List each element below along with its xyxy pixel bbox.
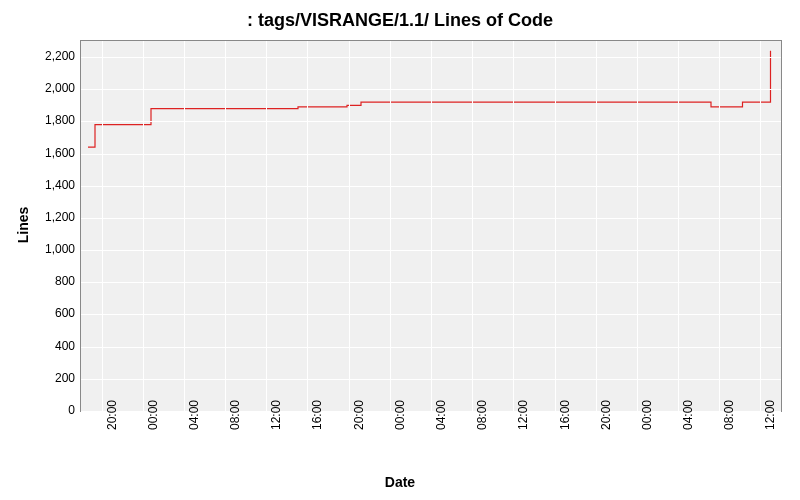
y-tick-label: 1,000	[25, 242, 75, 256]
y-tick-label: 2,000	[25, 81, 75, 95]
chart-container: : tags/VISRANGE/1.1/ Lines of Code Lines…	[0, 0, 800, 500]
gridline-v	[513, 41, 514, 411]
gridline-v	[390, 41, 391, 411]
x-tick-label: 20:00	[105, 400, 119, 430]
y-tick-label: 800	[25, 274, 75, 288]
x-tick-label: 12:00	[516, 400, 530, 430]
gridline-v	[760, 41, 761, 411]
gridline-v	[307, 41, 308, 411]
chart-title: : tags/VISRANGE/1.1/ Lines of Code	[0, 10, 800, 31]
y-tick-label: 1,200	[25, 210, 75, 224]
y-tick-label: 400	[25, 339, 75, 353]
plot-area	[80, 40, 782, 412]
x-tick-label: 00:00	[640, 400, 654, 430]
y-tick-label: 1,400	[25, 178, 75, 192]
gridline-v	[719, 41, 720, 411]
gridline-v	[472, 41, 473, 411]
x-tick-label: 12:00	[269, 400, 283, 430]
x-axis-label: Date	[0, 474, 800, 490]
x-tick-label: 08:00	[475, 400, 489, 430]
x-tick-label: 00:00	[393, 400, 407, 430]
gridline-v	[225, 41, 226, 411]
y-tick-label: 0	[25, 403, 75, 417]
y-tick-label: 2,200	[25, 49, 75, 63]
gridline-v	[266, 41, 267, 411]
x-tick-label: 16:00	[558, 400, 572, 430]
x-tick-label: 04:00	[681, 400, 695, 430]
gridline-v	[349, 41, 350, 411]
gridline-v	[431, 41, 432, 411]
gridline-v	[637, 41, 638, 411]
x-tick-label: 20:00	[352, 400, 366, 430]
x-tick-label: 20:00	[599, 400, 613, 430]
gridline-h	[81, 411, 781, 412]
x-tick-label: 04:00	[434, 400, 448, 430]
gridline-v	[102, 41, 103, 411]
gridline-v	[555, 41, 556, 411]
x-tick-label: 00:00	[146, 400, 160, 430]
y-tick-label: 1,800	[25, 113, 75, 127]
y-tick-label: 600	[25, 306, 75, 320]
gridline-v	[678, 41, 679, 411]
gridline-v	[184, 41, 185, 411]
x-tick-label: 16:00	[310, 400, 324, 430]
y-tick-label: 200	[25, 371, 75, 385]
gridline-v	[596, 41, 597, 411]
x-tick-label: 04:00	[187, 400, 201, 430]
gridline-v	[143, 41, 144, 411]
y-tick-label: 1,600	[25, 146, 75, 160]
x-tick-label: 08:00	[228, 400, 242, 430]
x-tick-label: 12:00	[763, 400, 777, 430]
x-tick-label: 08:00	[722, 400, 736, 430]
